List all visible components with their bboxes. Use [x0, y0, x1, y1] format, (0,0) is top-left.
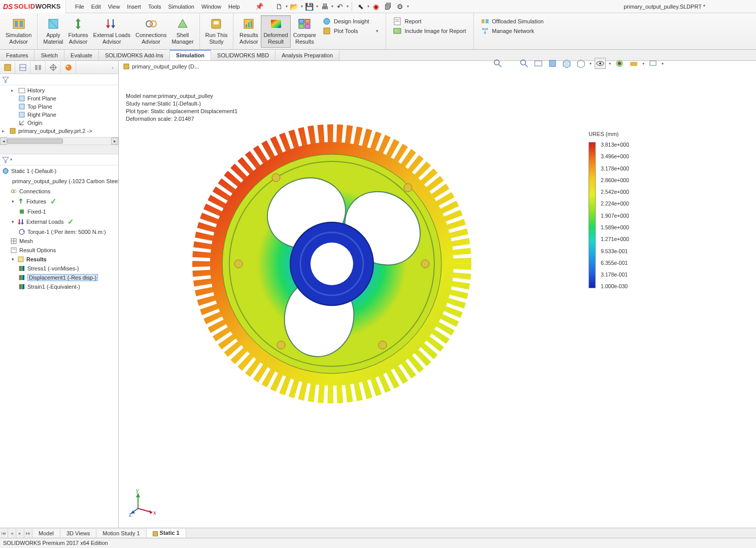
tab-addins[interactable]: SOLIDWORKS Add-Ins [99, 50, 170, 60]
save-icon[interactable]: 💾 [304, 1, 315, 12]
orientation-triad[interactable]: x y z [129, 489, 157, 518]
shell-manager-button[interactable]: Shell Manager [169, 15, 196, 48]
menu-window[interactable]: Window [201, 4, 221, 10]
connections-advisor-button[interactable]: Connections Advisor [133, 15, 169, 48]
render-icon[interactable] [647, 58, 659, 69]
result-options-node[interactable]: Result Options [1, 246, 118, 255]
tree-origin[interactable]: Origin [1, 119, 118, 127]
svg-marker-14 [178, 19, 187, 27]
fm-tab-more[interactable]: › [107, 61, 118, 74]
tab-model[interactable]: Model [32, 529, 60, 537]
offloaded-sim-button[interactable]: Offloaded Simulation [481, 17, 544, 25]
plot-tools-button[interactable]: Plot Tools▾ [323, 27, 379, 35]
color-legend[interactable]: URES (mm) 3.813e+000 3.496e+000 3.178e+0… [589, 131, 660, 289]
fm-tab-config[interactable] [30, 61, 46, 74]
menu-simulation[interactable]: Simulation [168, 4, 194, 10]
tab-prev-icon[interactable]: ◂ [8, 529, 16, 538]
menu-insert[interactable]: Insert [127, 4, 141, 10]
tab-features[interactable]: Features [0, 50, 35, 60]
fm-tab-tree[interactable] [0, 61, 15, 74]
report-button[interactable]: Report [393, 17, 466, 25]
fm-tab-prop[interactable] [15, 61, 30, 74]
menu-file[interactable]: File [75, 4, 84, 10]
sim-filter[interactable]: ▾ [0, 154, 118, 165]
fixed-node[interactable]: Fixed-1 [1, 207, 118, 216]
display-style-icon[interactable] [575, 58, 587, 69]
svg-rect-23 [305, 19, 310, 23]
design-insight-button[interactable]: Design Insight [323, 17, 379, 25]
study-node[interactable]: Static 1 (-Default-) [1, 166, 118, 176]
tree-right-plane[interactable]: Right Plane [1, 111, 118, 119]
fm-filter[interactable] [0, 74, 118, 85]
external-loads-node[interactable]: ▾External Loads✓ [1, 216, 118, 227]
tab-motion[interactable]: Motion Study 1 [96, 529, 146, 537]
material-node[interactable]: primary_output_pulley (-1023 Carbon Stee… [1, 176, 118, 187]
svg-marker-5 [76, 18, 81, 21]
menu-help[interactable]: Help [228, 4, 240, 10]
print-icon[interactable]: 🖶 [319, 1, 330, 12]
external-loads-advisor-button[interactable]: External Loads Advisor [91, 15, 133, 48]
tree-history[interactable]: ▸History [1, 86, 118, 94]
menu-edit[interactable]: Edit [91, 4, 101, 10]
displacement-plot-node[interactable]: Displacement1 (-Res disp-) [1, 273, 118, 282]
svg-rect-24 [299, 24, 304, 28]
svg-point-13 [150, 21, 156, 27]
strain-plot-node[interactable]: Strain1 (-Equivalent-) [1, 282, 118, 291]
include-image-button[interactable]: Include Image for Report [393, 27, 466, 35]
graphics-viewport[interactable]: primary_output_pulley (D... ▾ ▾ ▾ ▾ Mode… [119, 61, 756, 528]
apply-material-button[interactable]: Apply Material [41, 15, 65, 48]
pin-icon[interactable]: 📌 [255, 3, 263, 10]
torque-node[interactable]: Torque-1 (:Per item: 5000 N.m:) [1, 227, 118, 236]
tab-3dviews[interactable]: 3D Views [60, 529, 96, 537]
scene-icon[interactable] [628, 58, 639, 69]
compare-results-button[interactable]: Compare Results [291, 15, 319, 48]
open-icon[interactable]: 📂 [289, 1, 300, 12]
svg-rect-78 [18, 257, 23, 262]
zoom-area-icon[interactable] [519, 58, 530, 69]
results-advisor-button[interactable]: Results Advisor [236, 15, 261, 48]
manage-network-button[interactable]: Manage Network [481, 27, 544, 35]
tab-simulation[interactable]: Simulation [170, 50, 211, 60]
mesh-node[interactable]: Mesh [1, 236, 118, 246]
rebuild-icon[interactable]: ◉ [370, 1, 382, 12]
svg-point-94 [618, 62, 621, 65]
connections-node[interactable]: Connections [1, 187, 118, 196]
deformed-result-button[interactable]: Deformed Result [261, 15, 290, 48]
menu-tools[interactable]: Tools [148, 4, 161, 10]
tab-last-icon[interactable]: ⏭ [24, 529, 32, 538]
menu-view[interactable]: View [108, 4, 120, 10]
fixtures-advisor-button[interactable]: Fixtures Advisor [65, 15, 90, 48]
svg-rect-25 [305, 24, 310, 28]
tab-next-icon[interactable]: ▸ [16, 529, 24, 538]
options-icon[interactable]: 🗐 [383, 1, 394, 12]
hide-show-icon[interactable] [595, 58, 606, 69]
view-orient-icon[interactable] [561, 58, 572, 69]
undo-icon[interactable]: ↶ [334, 1, 346, 12]
svg-marker-50 [3, 77, 9, 83]
section-icon[interactable] [547, 58, 558, 69]
tab-analysis-prep[interactable]: Analysis Preparation [276, 50, 339, 60]
zoom-fit-icon[interactable] [492, 58, 503, 69]
results-node[interactable]: ▾Results [1, 255, 118, 264]
tab-first-icon[interactable]: ⏮ [0, 529, 8, 538]
fm-hscroll[interactable]: ◂▸ [0, 137, 118, 145]
tab-static1[interactable]: Static 1 [147, 529, 186, 537]
stress-plot-node[interactable]: Stress1 (-vonMises-) [1, 264, 118, 273]
fixtures-node[interactable]: ▾Fixtures✓ [1, 196, 118, 207]
run-study-button[interactable]: Run This Study [203, 15, 230, 48]
simulation-advisor-button[interactable]: Simulation Advisor [3, 15, 34, 48]
tree-top-plane[interactable]: Top Plane [1, 102, 118, 111]
tree-front-plane[interactable]: Front Plane [1, 94, 118, 102]
fm-tab-dim[interactable] [46, 61, 61, 74]
tab-sketch[interactable]: Sketch [35, 50, 64, 60]
fm-tab-appearance[interactable] [61, 61, 76, 74]
settings-icon[interactable]: ⚙ [395, 1, 406, 12]
prev-view-icon[interactable] [533, 58, 544, 69]
tree-part[interactable]: ▸primary_output_pulley.prt.2 -> [1, 127, 118, 135]
select-icon[interactable]: ⬉ [355, 1, 366, 12]
tab-evaluate[interactable]: Evaluate [64, 50, 99, 60]
tab-mbd[interactable]: SOLIDWORKS MBD [211, 50, 276, 60]
new-icon[interactable]: 🗋 [273, 1, 285, 12]
breadcrumb[interactable]: primary_output_pulley (D... [120, 62, 202, 71]
appearance-icon[interactable] [614, 58, 625, 69]
